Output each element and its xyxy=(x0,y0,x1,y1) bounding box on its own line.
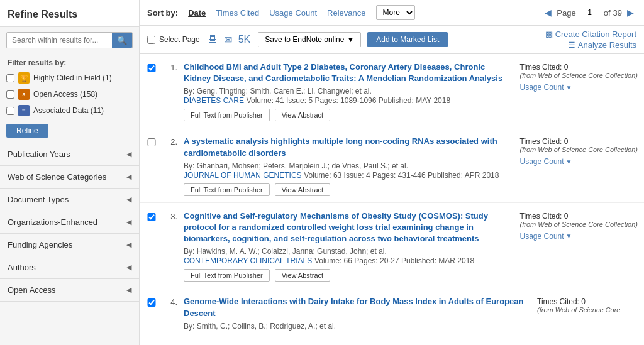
sidebar-item-organizations[interactable]: Organizations-Enhanced ◀ xyxy=(0,211,139,234)
refine-button[interactable]: Refine xyxy=(6,124,48,138)
action-icons: 🖶 ✉ 5K xyxy=(206,33,252,47)
analyze-results-link[interactable]: ☰ Analyze Results xyxy=(568,40,636,50)
sidebar-section-label-orgs: Organizations-Enhanced xyxy=(8,217,97,227)
result-num-2: 2. xyxy=(164,136,177,146)
chevron-icon-doc-types: ◀ xyxy=(126,195,131,204)
chevron-icon-authors: ◀ xyxy=(126,263,131,271)
create-citation-report-link[interactable]: ▩ Create Citation Report xyxy=(545,30,636,39)
sort-bar: Sort by: Date Times Cited Usage Count Re… xyxy=(140,0,644,26)
select-page-checkbox[interactable] xyxy=(147,36,155,44)
full-text-button-1[interactable]: Full Text from Publisher xyxy=(184,109,270,121)
sidebar-item-document-types[interactable]: Document Types ◀ xyxy=(0,189,139,211)
search-button[interactable]: 🔍 xyxy=(112,33,132,48)
from-wos-4: (from Web of Science Core xyxy=(537,306,638,314)
search-input[interactable] xyxy=(7,33,112,48)
page-total: 39 xyxy=(613,8,622,18)
usage-count-label-3: Usage Count xyxy=(520,232,564,241)
result-title-3[interactable]: Cognitive and Self-regulatory Mechanisms… xyxy=(184,211,514,245)
result-stats-2: Times Cited: 0 (from Web of Science Core… xyxy=(520,136,638,166)
page-label: Page xyxy=(557,8,575,18)
result-checkbox-1[interactable] xyxy=(146,64,157,72)
sidebar-item-publication-years[interactable]: Publication Years ◀ xyxy=(0,143,139,166)
result-stats-4: Times Cited: 0 (from Web of Science Core xyxy=(537,296,638,314)
select-page-label[interactable]: Select Page xyxy=(147,35,200,44)
sidebar-section-label-pub-years: Publication Years xyxy=(8,150,70,159)
sidebar-item-wos-categories[interactable]: Web of Science Categories ◀ xyxy=(0,166,139,189)
search-box-row: 🔍 xyxy=(0,27,139,53)
refine-btn-row: Refine xyxy=(0,119,139,143)
result-meta-1: Volume: 41 Issue: 5 Pages: 1089-1096 Pub… xyxy=(247,96,450,105)
count-label-button[interactable]: 5K xyxy=(237,33,252,47)
view-abstract-button-1[interactable]: View Abstract xyxy=(275,109,330,121)
sort-by-label: Sort by: xyxy=(147,8,178,18)
page-prev-button[interactable]: ◀ xyxy=(542,6,554,19)
sidebar-title: Refine Results xyxy=(0,0,139,27)
save-to-endnote-button[interactable]: Save to EndNote online ▼ xyxy=(258,32,361,47)
search-box-inner: 🔍 xyxy=(6,32,133,48)
sort-usage-count-link[interactable]: Usage Count xyxy=(269,8,317,18)
sort-times-cited-link[interactable]: Times Cited xyxy=(216,8,259,18)
filter-label-open-access: Open Access (158) xyxy=(33,90,97,99)
sidebar-item-funding-agencies[interactable]: Funding Agencies ◀ xyxy=(0,234,139,256)
usage-count-caret-1: ▼ xyxy=(566,84,572,91)
usage-count-label-1: Usage Count xyxy=(520,83,564,92)
result-title-1[interactable]: Childhood BMI and Adult Type 2 Diabetes,… xyxy=(184,62,514,84)
result-journal-1[interactable]: DIABETES CARE xyxy=(184,96,244,105)
filter-checkbox-highly-cited[interactable] xyxy=(6,74,14,82)
from-wos-3: (from Web of Science Core Collection) xyxy=(520,221,638,228)
result-checkbox-2[interactable] xyxy=(146,138,157,146)
full-text-button-2[interactable]: Full Text from Publisher xyxy=(184,183,270,196)
list-icon: ☰ xyxy=(568,40,575,50)
result-journal-2[interactable]: JOURNAL OF HUMAN GENETICS xyxy=(184,171,302,180)
chevron-icon-pub-years: ◀ xyxy=(126,150,131,158)
usage-count-link-1[interactable]: Usage Count ▼ xyxy=(520,83,638,92)
usage-count-caret-2: ▼ xyxy=(566,158,572,165)
view-abstract-button-3[interactable]: View Abstract xyxy=(275,269,330,282)
times-cited-1: Times Cited: 0 xyxy=(520,63,638,72)
sidebar-section-label-oa: Open Access xyxy=(8,285,56,295)
page-number-input[interactable] xyxy=(579,6,601,19)
result-journal-3[interactable]: CONTEMPORARY CLINICAL TRIALS xyxy=(184,256,312,265)
sidebar-item-open-access[interactable]: Open Access ◀ xyxy=(0,279,139,302)
sidebar-item-authors[interactable]: Authors ◀ xyxy=(0,256,139,279)
usage-count-link-2[interactable]: Usage Count ▼ xyxy=(520,157,638,166)
analyze-label: Analyze Results xyxy=(578,40,636,50)
sort-date-link[interactable]: Date xyxy=(188,8,206,18)
sidebar-section-label-funding: Funding Agencies xyxy=(8,240,72,249)
citation-report-label: Create Citation Report xyxy=(555,30,636,39)
page-next-button[interactable]: ▶ xyxy=(625,6,636,19)
bar-chart-icon: ▩ xyxy=(545,30,553,39)
sort-more-select[interactable]: More xyxy=(376,5,415,20)
usage-count-caret-3: ▼ xyxy=(566,233,572,239)
full-text-button-3[interactable]: Full Text from Publisher xyxy=(184,269,270,282)
result-btns-2: Full Text from Publisher View Abstract xyxy=(184,183,514,196)
usage-count-label-2: Usage Count xyxy=(520,157,564,166)
email-icon-button[interactable]: ✉ xyxy=(223,33,233,47)
result-checkbox-4[interactable] xyxy=(146,298,157,307)
action-bar: Select Page 🖶 ✉ 5K Save to EndNote onlin… xyxy=(140,26,644,54)
result-title-2[interactable]: A systematic analysis highlights multipl… xyxy=(184,136,514,158)
usage-count-link-3[interactable]: Usage Count ▼ xyxy=(520,232,638,241)
table-row: 1. Childhood BMI and Adult Type 2 Diabet… xyxy=(140,54,644,128)
result-title-4[interactable]: Genome-Wide Interactions with Dairy Inta… xyxy=(184,296,531,319)
filter-label: Filter results by: xyxy=(0,53,139,70)
table-row: 3. Cognitive and Self-regulatory Mechani… xyxy=(140,203,644,289)
result-checkbox-3[interactable] xyxy=(146,213,157,221)
print-icon-button[interactable]: 🖶 xyxy=(206,33,219,47)
filter-checkbox-open-access[interactable] xyxy=(6,90,14,99)
results-list: 1. Childhood BMI and Adult Type 2 Diabet… xyxy=(140,54,644,345)
add-to-marked-list-button[interactable]: Add to Marked List xyxy=(367,32,448,47)
filter-label-highly-cited: Highly Cited in Field (1) xyxy=(33,74,112,82)
result-body-4: Genome-Wide Interactions with Dairy Inta… xyxy=(184,296,531,330)
chevron-icon-wos: ◀ xyxy=(126,173,131,181)
sort-relevance-link[interactable]: Relevance xyxy=(327,8,365,18)
sidebar-section-label-authors: Authors xyxy=(8,263,36,272)
table-row: 2. A systematic analysis highlights mult… xyxy=(140,128,644,202)
data-icon: ≡ xyxy=(18,105,30,116)
result-num-3: 3. xyxy=(164,211,177,221)
view-abstract-button-2[interactable]: View Abstract xyxy=(275,183,330,196)
times-cited-3: Times Cited: 0 xyxy=(520,212,638,221)
trophy-icon: 🏆 xyxy=(18,72,30,84)
sidebar-section-label-wos: Web of Science Categories xyxy=(8,172,106,182)
filter-checkbox-associated-data[interactable] xyxy=(6,107,14,115)
